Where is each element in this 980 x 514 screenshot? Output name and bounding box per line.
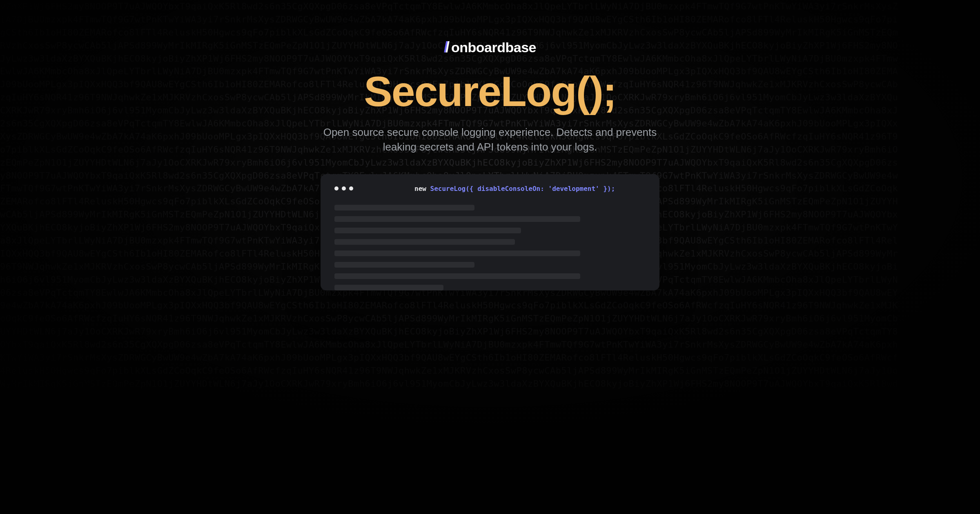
skeleton-line [334,228,521,233]
editor-header: new SecureLog({ disableConsoleOn: 'devel… [334,185,646,193]
brand-name: onboardbase [451,40,536,55]
skeleton-line [334,216,580,222]
brand-slash-icon: // [444,39,447,56]
skeleton-line [334,273,580,279]
skeleton-line [334,250,580,256]
traffic-lights-icon [334,186,353,191]
skeleton-log-lines [334,205,646,290]
skeleton-line [334,285,443,290]
code-snippet: new SecureLog({ disableConsoleOn: 'devel… [414,185,615,193]
brand-lockup: // onboardbase [444,39,536,56]
skeleton-line [334,205,474,210]
hero-title: SecureLog(); [364,67,616,116]
hero-content: // onboardbase SecureLog(); Open source … [0,0,980,290]
hero-subtitle: Open source secure console logging exper… [323,125,657,155]
skeleton-line [334,262,474,268]
skeleton-line [334,239,515,245]
code-editor-card: new SecureLog({ disableConsoleOn: 'devel… [321,174,659,290]
